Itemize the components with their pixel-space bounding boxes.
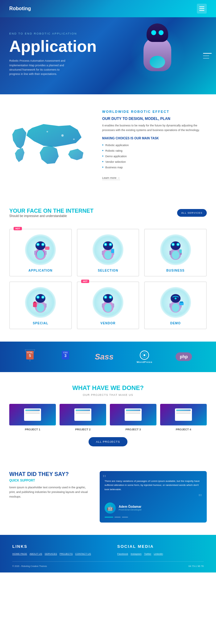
svg-rect-27 [102,251,104,255]
projects-title: WHAT HAVE WE DONE? [9,384,207,392]
face-title-wrap: YOUR FACE ON THE INTERNET Should be impr… [9,208,93,224]
svg-point-41 [177,244,179,245]
svg-rect-73 [180,301,183,303]
hero-subtitle: END TO END ROBOTIC APPLICATION [9,32,108,35]
screen-bar [25,410,40,411]
screen-bar [76,413,90,414]
reviewer-name: Adem Özdamar [119,505,142,508]
social-link-linkedin[interactable]: linkedin [154,552,163,555]
footer-link-services[interactable]: SERVICES [45,552,57,555]
social-link-facebook[interactable]: facebook [117,552,128,555]
footer-links-list: HOME PAGE ABOUT US SERVICES PROJECTS CON… [12,552,99,555]
robot-svg-special [28,289,53,316]
all-projects-button[interactable]: ALL PROJECTS [89,437,127,446]
svg-point-84 [143,354,145,356]
hot-badge: HOT [14,227,22,230]
testimonial-text: lorem ipsum is placeholder text commonly… [9,485,90,499]
svg-point-29 [105,244,106,245]
test-dot[interactable] [114,517,121,518]
testimonial-title: WHAT DID THEY SAY? [9,471,90,478]
svg-marker-4 [68,149,83,160]
project-card-4: PROJECT 4 [160,404,207,431]
project-card-2: PROJECT 2 [60,404,106,431]
header: Roboting [0,0,216,17]
hero-title: Application [9,38,108,54]
all-projects-wrap: ALL PROJECTS [9,437,207,449]
project-card-1: PROJECT 1 [9,404,56,431]
list-item: Demo application [102,154,207,159]
sass-icon: Sass [95,352,114,362]
svg-rect-15 [34,251,36,255]
learn-more-link[interactable]: Learn more → [102,176,120,180]
service-label-demo: DEMO [148,322,202,325]
svg-rect-12 [35,241,45,250]
svg-rect-46 [35,294,45,303]
choices-list: Robotic application Robotic rating Demo … [102,142,207,170]
project-label-4: PROJECT 4 [160,428,207,431]
service-card-application: HOT APPLICATION [9,229,72,277]
svg-point-6 [47,131,48,132]
project-label-2: PROJECT 2 [60,428,106,431]
world-map-container [9,118,93,172]
project-screen-1 [24,408,41,421]
wordpress-icon: WordPress [137,350,152,363]
test-dot-active[interactable] [105,517,113,518]
php-icon: php [176,352,192,361]
robot-head [147,23,168,42]
svg-marker-2 [12,128,27,149]
footer-phone: 04 73-1 96 76 [189,565,204,568]
hero-content: END TO END ROBOTIC APPLICATION Applicati… [9,32,108,76]
testimonial-card: " There are many variations of passages … [100,471,207,523]
screen-bar [126,410,140,411]
duty-text: It enables the business to be ready for … [102,123,207,133]
svg-point-63 [105,297,106,298]
svg-point-52 [42,297,44,298]
svg-point-34 [172,251,179,259]
svg-text:CSS: CSS [63,351,68,354]
svg-rect-31 [111,249,114,253]
hot-badge-vendor: HOT [81,280,89,283]
test-dot[interactable] [122,517,128,518]
project-screen-4 [175,408,192,421]
world-map-svg [9,118,93,172]
svg-point-23 [104,251,112,259]
svg-rect-62 [112,303,114,308]
social-link-twitter[interactable]: Twitter [144,552,152,555]
social-link-instagram[interactable]: Instagram [131,552,142,555]
svg-rect-70 [169,303,171,308]
svg-point-5 [61,134,64,136]
project-label-1: PROJECT 1 [9,428,56,431]
project-card-3: PROJECT 3 [110,404,156,431]
footer-link-projects[interactable]: PROJECTS [60,552,73,555]
screen-bar [25,413,40,414]
menu-button[interactable] [197,4,207,14]
svg-point-30 [110,244,111,245]
worldwide-section: WORLDWIDE ROBOTIC EFFECT OUR DUTY TO DES… [0,94,216,195]
face-header: YOUR FACE ON THE INTERNET Should be impr… [9,208,207,224]
footer-social-col: SOCIAL MEDIA facebook Instagram Twitter … [117,544,204,555]
project-screen-2 [74,408,91,421]
reviewer-info: Adem Özdamar Front-End Developer [119,505,142,511]
menu-bar [199,8,204,9]
wordpress-label: WordPress [137,361,152,363]
footer-link-about[interactable]: ABOUT US [30,552,42,555]
svg-point-45 [37,303,44,312]
social-links-list: facebook Instagram Twitter linkedin [117,552,204,555]
svg-rect-35 [171,241,181,250]
projects-title-part2: WE DONE? [110,384,144,391]
footer-bottom: © 2020 - Roboting Creative Themes 04 73-… [12,561,204,568]
projects-title-part1: WHAT HAVE [72,384,110,391]
service-robot-vendor [93,287,123,318]
screen-bar [126,413,140,414]
html5-icon: 5 HTML [24,349,36,365]
svg-rect-50 [45,303,47,308]
projects-subtitle: OUR PROJECTS THAT MAKE US [9,393,207,396]
footer-link-home[interactable]: HOME PAGE [12,552,27,555]
service-card-selection: SELECTION [77,229,139,277]
list-item: Robotic application [102,142,207,148]
project-label-3: PROJECT 3 [110,428,156,431]
robot-svg-vendor [96,289,120,316]
testimonial-left: WHAT DID THEY SAY? QUICK SUPPORT lorem i… [9,471,90,523]
footer-link-contact[interactable]: CONTACT US [75,552,91,555]
all-services-button[interactable]: ALL SERVICES [177,209,207,217]
